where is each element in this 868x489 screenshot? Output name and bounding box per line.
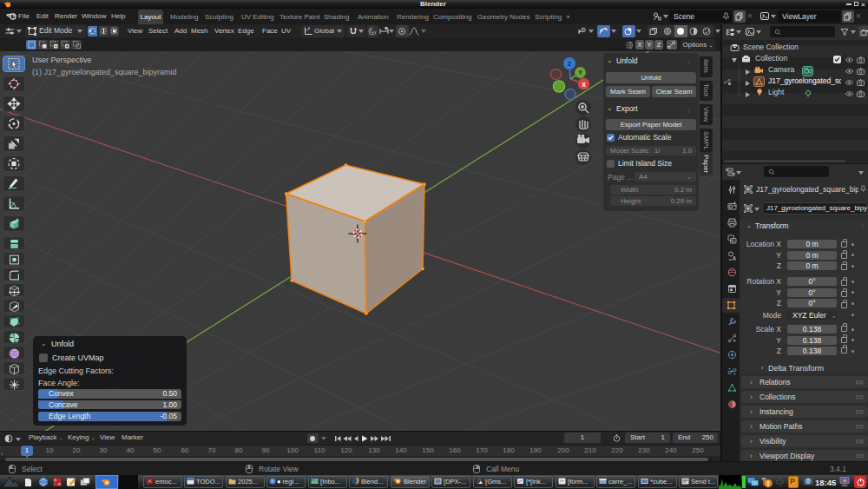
svg-text:Y: Y [578, 69, 582, 76]
svg-text:Z: Z [568, 60, 572, 68]
svg-text:X: X [582, 82, 586, 88]
